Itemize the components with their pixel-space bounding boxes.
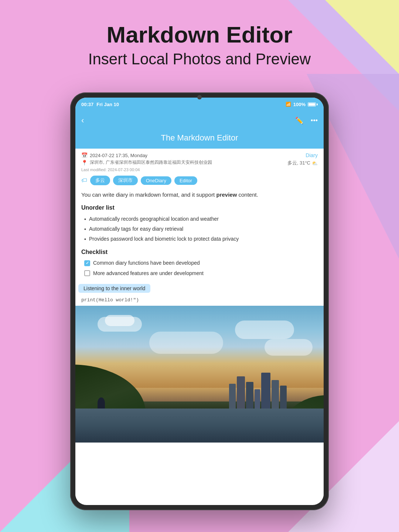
cloud-2 [105,315,134,326]
meta-right: Diary 多云, 31°C ⛅ [287,152,318,166]
weather-icon: ⛅ [312,160,318,166]
cloud-3 [235,321,294,339]
check-item-2: More advanced features are under develop… [81,269,318,277]
more-options-icon[interactable]: ••• [311,117,318,125]
photo-water [75,409,324,443]
tag-duoyun[interactable]: 多云 [90,176,110,185]
category-label: Diary [306,152,318,158]
building-5 [261,373,270,410]
ipad-camera [197,95,202,99]
status-bar: 00:37 Fri Jan 10 📶 100% [75,98,324,111]
meta-location: 📍 深圳市, 广东省深圳市福田区泰然四路靠近福田天安科技创业园 [81,159,212,166]
weather-info: 多云, 31°C ⛅ [287,160,318,166]
building-3 [246,382,253,410]
nav-bar: ‹ ✏️ ••• [75,111,324,130]
meta-row: 📅 2024-07-22 17:35, Monday 📍 深圳市, 广东省深圳市… [75,149,324,172]
photo-area [75,306,324,443]
checkbox-checked[interactable] [84,260,90,266]
status-right: 📶 100% [286,102,318,107]
battery-indicator [308,102,318,106]
battery-tip [317,104,318,105]
battery-rect [308,102,316,106]
intro-bold: preview [216,192,237,198]
nav-right-actions: ✏️ ••• [295,116,318,125]
highlighted-text: Listening to the inner world [78,284,150,293]
meta-modified: Last modified: 2024-07-23 00:04 [81,167,212,172]
wifi-icon: 📶 [286,102,291,107]
building-7 [280,386,287,410]
header-title-area: The Markdown Editor [75,130,324,149]
edit-icon[interactable]: ✏️ [295,116,303,125]
tag-editor[interactable]: Editor [174,176,197,185]
cloud-4 [149,332,223,354]
highlighted-text-container: Listening to the inner world [75,281,324,296]
list-item: Automatically tags for easy diary retrie… [81,225,318,233]
location-text: 深圳市, 广东省深圳市福田区泰然四路靠近福田天安科技创业园 [90,159,212,166]
checklist: Common diary functions have been develop… [81,259,318,277]
status-date: Fri Jan 10 [96,102,119,107]
building-1 [229,384,236,410]
code-block: print(Hello world!") [75,296,324,306]
meta-left: 📅 2024-07-22 17:35, Monday 📍 深圳市, 广东省深圳市… [81,152,212,172]
checklist-heading: Checklist [81,247,318,257]
diary-content: You can write diary in markdown format, … [75,189,324,277]
status-left: 00:37 Fri Jan 10 [81,102,119,107]
photo-buildings [229,373,287,410]
list-item: Provides password lock and biometric loc… [81,235,318,243]
check-item-1: Common diary functions have been develop… [81,259,318,267]
status-time: 00:37 [81,102,93,107]
ipad-frame: 00:37 Fri Jan 10 📶 100% ‹ ✏️ ••• [70,92,329,510]
tag-onediary[interactable]: OneDiary [141,176,171,185]
sub-title: Insert Local Photos and Preview [0,50,399,68]
intro-text: You can write diary in markdown format, … [81,192,216,198]
battery-fill [308,103,315,106]
tag-shenzhen[interactable]: 深圳市 [113,176,138,185]
meta-date: 📅 2024-07-22 17:35, Monday [81,152,212,158]
checkbox-unchecked[interactable] [84,270,90,276]
photo-clouds [75,309,324,378]
location-icon: 📍 [81,160,88,166]
entry-date: 2024-07-22 17:35, Monday [90,153,147,158]
list-item-text: Provides password lock and biometric loc… [89,235,239,243]
weather-text: 多云, 31°C [287,160,310,166]
ipad-screen: 00:37 Fri Jan 10 📶 100% ‹ ✏️ ••• [75,98,324,505]
title-section: Markdown Editor Insert Local Photos and … [0,22,399,68]
intro-suffix: content. [237,192,258,198]
content-area[interactable]: 📅 2024-07-22 17:35, Monday 📍 深圳市, 广东省深圳市… [75,149,324,503]
tag-icon: 🏷 [81,177,87,184]
entry-title: The Markdown Editor [75,133,324,143]
list-item-text: Automatically records geographical locat… [89,215,219,223]
cloud-5 [265,339,313,356]
unorder-list: Automatically records geographical locat… [81,215,318,244]
main-title: Markdown Editor [0,22,399,47]
list-item: Automatically records geographical locat… [81,215,318,223]
battery-percent: 100% [293,102,306,107]
tags-row: 🏷 多云 深圳市 OneDiary Editor [75,172,324,189]
building-6 [272,380,279,410]
building-2 [237,376,245,410]
calendar-icon: 📅 [81,152,88,158]
check-item-2-text: More advanced features are under develop… [93,269,204,277]
check-item-1-text: Common diary functions have been develop… [93,259,200,267]
back-button[interactable]: ‹ [81,116,84,125]
list-item-text: Automatically tags for easy diary retrie… [89,225,183,233]
unorder-heading: Unorder list [81,203,318,213]
building-4 [255,389,260,410]
intro-paragraph: You can write diary in markdown format, … [81,190,318,199]
photo-pipe [98,397,105,409]
